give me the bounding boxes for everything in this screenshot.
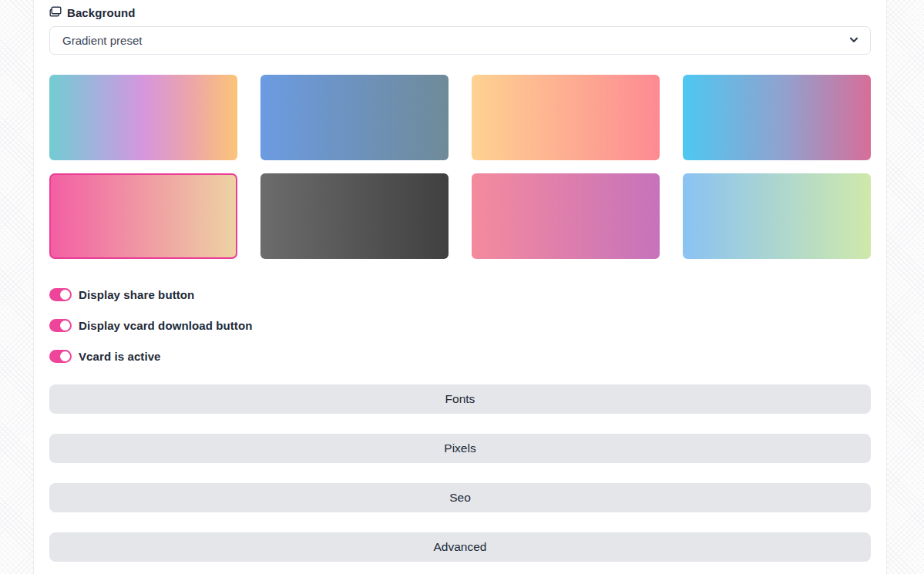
gradient-swatch[interactable] [683, 173, 871, 259]
gradient-swatch[interactable] [49, 173, 237, 259]
gradient-swatch-grid [49, 75, 871, 259]
section-button-pixels[interactable]: Pixels [49, 434, 871, 463]
chevron-down-icon [848, 34, 859, 47]
toggle-row-vcard-active: Vcard is active [49, 348, 871, 364]
settings-panel: Background Gradient preset Display share… [33, 0, 887, 574]
toggle-switch[interactable] [49, 350, 72, 363]
gradient-swatch[interactable] [472, 173, 660, 259]
switch-knob [60, 351, 70, 361]
gradient-swatch[interactable] [260, 75, 449, 160]
images-icon [49, 6, 62, 18]
background-field-label: Background [49, 5, 871, 19]
section-accordions: Fonts Pixels Seo Advanced [49, 384, 871, 562]
switch-knob [60, 290, 70, 300]
gradient-swatch[interactable] [260, 173, 449, 259]
gradient-swatch[interactable] [49, 75, 237, 160]
toggle-switch[interactable] [49, 319, 72, 332]
gradient-swatch[interactable] [472, 75, 660, 160]
section-button-fonts[interactable]: Fonts [49, 384, 871, 414]
toggle-row-vcard-download: Display vcard download button [49, 317, 871, 333]
gradient-preset-select[interactable]: Gradient preset [49, 26, 871, 55]
toggle-label: Display share button [79, 288, 194, 301]
toggle-group: Display share button Display vcard downl… [49, 287, 871, 364]
toggle-label: Display vcard download button [79, 319, 252, 332]
section-button-advanced[interactable]: Advanced [49, 532, 871, 562]
section-button-seo[interactable]: Seo [49, 483, 871, 512]
toggle-row-share: Display share button [49, 287, 871, 302]
switch-knob [60, 321, 70, 331]
toggle-switch[interactable] [49, 288, 72, 301]
select-value: Gradient preset [62, 34, 142, 47]
gradient-swatch[interactable] [683, 75, 871, 160]
background-label: Background [67, 6, 136, 19]
toggle-label: Vcard is active [79, 350, 161, 363]
